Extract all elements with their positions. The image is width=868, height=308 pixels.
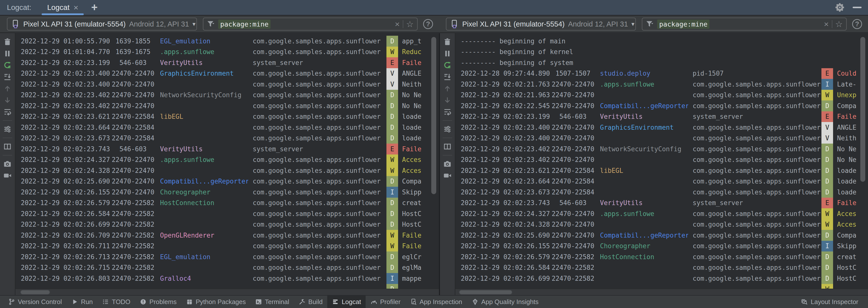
horizontal-scrollbar-thumb[interactable] (20, 290, 50, 295)
filter-query-text[interactable]: package:mine (218, 20, 271, 29)
horizontal-scrollbar-track[interactable] (455, 289, 868, 295)
previous-occurrence-icon[interactable] (3, 84, 12, 93)
clear-logcat-icon[interactable] (3, 38, 12, 46)
log-row[interactable]: 2022-12-29 02:02:26.71122470-22582com.go… (16, 241, 439, 252)
log-row[interactable]: 2022-12-29 02:02:23.62122470-22584libEGL… (455, 165, 868, 176)
log-row[interactable]: 2022-12-29 02:02:23.67322470-22584com.go… (16, 133, 439, 144)
log-row[interactable]: 2022-12-29 02:02:26.58422470-22582com.go… (16, 208, 439, 219)
filter-funnel-icon[interactable] (646, 20, 654, 28)
scroll-to-end-icon[interactable] (443, 73, 452, 81)
clear-logcat-icon[interactable] (443, 38, 452, 46)
log-row[interactable]: D (16, 284, 439, 289)
log-row[interactable]: 2022-12-29 02:02:23.40222470-22470com.go… (455, 155, 868, 165)
split-panels-icon[interactable] (443, 142, 452, 151)
next-occurrence-icon[interactable] (3, 96, 12, 104)
log-row[interactable]: 2022-12-29 02:02:26.15522470-22470Choreo… (16, 187, 439, 198)
log-row[interactable]: 2022-12-29 02:02:21.96322470-22470com.go… (455, 90, 868, 101)
log-row[interactable]: W (455, 284, 868, 289)
log-row[interactable]: 2022-12-29 02:02:26.69922470-22582com.go… (455, 273, 868, 284)
filter-funnel-icon[interactable] (207, 20, 215, 28)
log-row[interactable]: 2022-12-29 02:02:21.76322470-22470.apps.… (455, 79, 868, 90)
screen-record-icon[interactable] (3, 171, 12, 180)
screenshot-icon[interactable] (3, 160, 12, 168)
log-row[interactable]: 2022-12-29 02:02:26.15522470-22470Choreo… (455, 241, 868, 252)
toolwindow-button-run[interactable]: Run (67, 296, 98, 308)
device-selector-right[interactable]: Pixel XL API 31 (emulator-5554) Android … (446, 18, 636, 30)
horizontal-scrollbar-track[interactable] (16, 289, 439, 295)
log-row[interactable]: 2022-12-29 02:02:23.66422470-22584com.go… (455, 176, 868, 187)
screenshot-icon[interactable] (443, 160, 452, 168)
filter-input-left[interactable]: package:mine × ☆ (203, 18, 417, 30)
next-occurrence-icon[interactable] (443, 96, 452, 104)
log-row[interactable]: 2022-12-29 02:02:23.67322470-22584com.go… (455, 187, 868, 198)
log-row[interactable]: 2022-12-29 02:02:23.199546-603VerityUtil… (16, 57, 439, 68)
toolwindow-button-profiler[interactable]: Profiler (366, 296, 405, 308)
clear-filter-icon[interactable]: × (824, 20, 829, 28)
help-icon[interactable]: ? (423, 19, 433, 29)
log-row[interactable]: 2022-12-29 02:02:23.40222470-22470Networ… (16, 90, 439, 101)
log-row[interactable]: 2022-12-29 02:02:26.71322470-22582EGL_em… (16, 251, 439, 262)
log-banner-row[interactable]: --------- beginning of main (455, 36, 868, 47)
log-row[interactable]: 2022-12-29 02:02:24.32722470-22470.apps.… (16, 155, 439, 165)
log-row[interactable]: 2022-12-29 02:02:23.743546-603VerityUtil… (455, 198, 868, 208)
tab-logcat[interactable]: Logcat × (42, 0, 84, 15)
log-row[interactable]: 2022-12-29 02:02:23.40022470-22470com.go… (16, 79, 439, 90)
toolwindow-button-todo[interactable]: TODO (97, 296, 135, 308)
log-row[interactable]: 2022-12-29 02:02:25.69022470-22470Compat… (455, 230, 868, 241)
close-tab-icon[interactable]: × (73, 3, 79, 12)
log-row[interactable]: 2022-12-29 02:02:23.40022470-22470Graphi… (16, 68, 439, 79)
log-row[interactable]: 2022-12-29 02:02:22.54522470-22470Compat… (455, 101, 868, 111)
filter-input-right[interactable]: package:mine × ☆ (642, 18, 847, 30)
previous-occurrence-icon[interactable] (443, 84, 452, 93)
restart-logcat-icon[interactable] (3, 61, 12, 69)
settings-gear-icon[interactable] (834, 2, 845, 13)
logcat-formatting-icon[interactable] (3, 125, 12, 133)
soft-wrap-icon[interactable] (3, 108, 12, 116)
favorite-star-icon[interactable]: ☆ (406, 20, 414, 28)
log-view-left[interactable]: 2022-12-29 01:00:55.7901639-1855EGL_emul… (16, 33, 439, 295)
log-row[interactable]: 2022-12-29 02:02:23.40222470-22470Networ… (455, 144, 868, 155)
log-row[interactable]: 2022-12-29 02:02:26.70922470-22582OpenGL… (16, 230, 439, 241)
pause-logcat-icon[interactable] (3, 49, 12, 58)
horizontal-scrollbar-thumb[interactable] (459, 290, 512, 295)
log-row[interactable]: 2022-12-29 01:01:04.7701639-1675.apps.su… (16, 47, 439, 58)
log-row[interactable]: 2022-12-29 02:02:23.66422470-22584com.go… (16, 122, 439, 133)
filter-query-text[interactable]: package:mine (657, 20, 709, 29)
toolwindow-button-terminal[interactable]: Terminal (250, 296, 294, 308)
log-row[interactable]: 2022-12-29 02:02:23.40022470-22470Graphi… (455, 122, 868, 133)
restart-logcat-icon[interactable] (443, 61, 452, 69)
soft-wrap-icon[interactable] (443, 108, 452, 116)
scroll-to-end-icon[interactable] (3, 73, 12, 81)
toolwindow-button-logcat[interactable]: Logcat (327, 296, 366, 308)
toolwindow-button-version-control[interactable]: Version Control (3, 296, 67, 308)
log-row[interactable]: 2022-12-28 09:27:44.8901507-1507studio.d… (455, 68, 868, 79)
toolwindow-button-problems[interactable]: Problems (135, 296, 181, 308)
log-row[interactable]: 2022-12-29 02:02:26.80322470-22582Grallo… (16, 273, 439, 284)
log-row[interactable]: 2022-12-29 02:02:24.32822470-22470com.go… (455, 219, 868, 230)
logcat-formatting-icon[interactable] (443, 125, 452, 133)
vertical-scrollbar[interactable] (860, 36, 866, 183)
log-row[interactable]: 2022-12-29 02:02:26.69922470-22582com.go… (16, 219, 439, 230)
log-row[interactable]: 2022-12-29 01:00:55.7901639-1855EGL_emul… (16, 36, 439, 47)
favorite-star-icon[interactable]: ☆ (835, 20, 843, 28)
log-row[interactable]: 2022-12-29 02:02:24.32822470-22470com.go… (16, 165, 439, 176)
log-row[interactable]: 2022-12-29 02:02:23.40022470-22470com.go… (455, 133, 868, 144)
log-row[interactable]: 2022-12-29 02:02:26.57922470-22582HostCo… (455, 251, 868, 262)
toolwindow-button-app-quality-insights[interactable]: App Quality Insights (467, 296, 543, 308)
log-row[interactable]: 2022-12-29 02:02:26.57922470-22582HostCo… (16, 198, 439, 208)
clear-filter-icon[interactable]: × (395, 20, 400, 28)
minimize-icon[interactable] (852, 7, 862, 8)
toolwindow-button-python-packages[interactable]: Python Packages (181, 296, 250, 308)
toolwindow-button-layout-inspector[interactable]: Layout Inspector (797, 296, 863, 308)
split-panels-icon[interactable] (3, 142, 12, 151)
toolwindow-button-app-inspection[interactable]: App Inspection (405, 296, 467, 308)
log-row[interactable]: 2022-12-29 02:02:23.62122470-22584libEGL… (16, 111, 439, 122)
log-banner-row[interactable]: --------- beginning of system (455, 57, 868, 68)
pause-logcat-icon[interactable] (443, 49, 452, 58)
screen-record-icon[interactable] (443, 171, 452, 180)
log-row[interactable]: 2022-12-29 02:02:26.58422470-22582com.go… (455, 262, 868, 273)
log-row[interactable]: 2022-12-29 02:02:23.743546-603VerityUtil… (16, 144, 439, 155)
log-row[interactable]: 2022-12-29 02:02:24.32722470-22470.apps.… (455, 208, 868, 219)
help-icon[interactable]: ? (852, 19, 862, 29)
log-row[interactable]: 2022-12-29 02:02:23.199546-603VerityUtil… (455, 111, 868, 122)
